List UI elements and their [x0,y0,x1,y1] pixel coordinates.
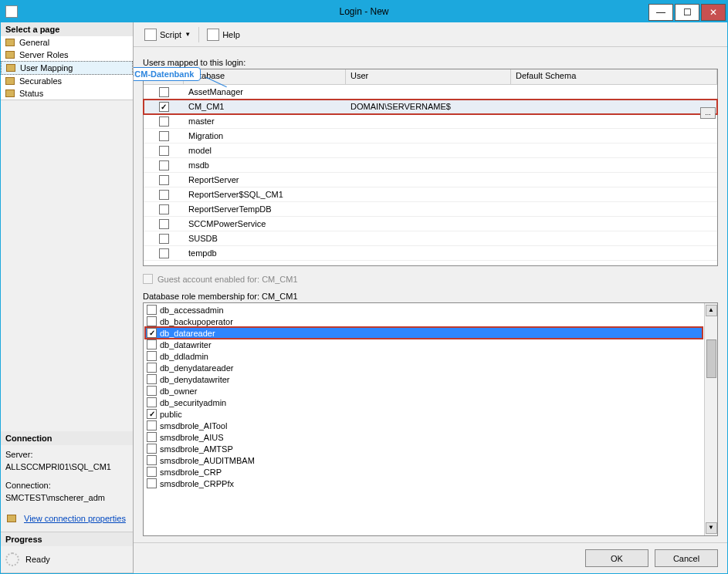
role-checkbox[interactable] [147,305,157,315]
role-checkbox[interactable] [147,420,157,430]
page-icon [4,49,16,60]
map-checkbox[interactable] [159,234,169,244]
role-row[interactable]: smsdbrole_AITool [145,420,703,431]
role-name: db_ddladmin [160,352,208,361]
role-row[interactable]: smsdbrole_CRP [145,466,703,478]
maximize-button[interactable]: ☐ [675,4,699,21]
map-checkbox[interactable] [159,204,169,214]
role-row[interactable]: smsdbrole_AIUS [145,431,703,443]
db-row[interactable]: ReportServer [144,173,717,187]
window-title: Login - New [339,6,388,17]
role-name: smsdbrole_CRP [160,468,222,477]
database-grid[interactable]: Map Database User Default Schema AssetMa… [143,69,718,266]
role-row[interactable]: db_datawriter [145,339,703,350]
db-row[interactable]: AssetManager [144,85,717,100]
db-name: SUSDB [184,234,346,243]
db-user: DOMAIN\SERVERNAME$ [346,102,511,111]
map-checkbox[interactable] [159,160,169,171]
role-row[interactable]: db_owner [145,385,703,397]
script-icon [144,29,157,41]
db-row[interactable]: ReportServer$SQL_CM1 [144,187,717,202]
role-checkbox[interactable] [147,374,157,384]
chevron-down-icon[interactable]: ▼ [185,31,191,38]
role-row[interactable]: db_securityadmin [145,397,703,408]
role-membership-label: Database role membership for: CM_CM1 [143,292,718,301]
nav-item-user-mapping[interactable]: User Mapping [1,61,133,75]
db-row[interactable]: msdb [144,158,717,173]
map-checkbox[interactable] [159,87,169,97]
close-button[interactable]: ✕ [701,4,726,21]
nav-item-securables[interactable]: Securables [1,75,133,87]
map-checkbox[interactable] [159,146,169,156]
col-user[interactable]: User [346,69,511,84]
db-row[interactable]: SCCMPowerService [144,217,717,231]
col-schema[interactable]: Default Schema [511,69,717,84]
connection-label: Connection: [5,481,128,490]
map-checkbox[interactable] [159,131,169,141]
role-name: db_datawriter [160,340,212,349]
map-checkbox[interactable] [159,248,169,258]
progress-header: Progress [1,532,133,546]
scroll-thumb[interactable] [706,339,716,378]
nav-item-status[interactable]: Status [1,87,133,100]
role-checkbox[interactable] [147,455,157,465]
page-icon [5,62,17,73]
map-checkbox[interactable] [159,219,169,229]
scroll-up-button[interactable]: ▲ [706,305,717,316]
role-row[interactable]: db_denydatareader [145,362,703,373]
role-checkbox[interactable] [147,386,157,396]
role-checkbox[interactable] [147,328,157,338]
role-row[interactable]: smsdbrole_CRPPfx [145,478,703,489]
view-connection-properties-link[interactable]: View connection properties [24,514,126,523]
role-checkbox[interactable] [147,432,157,442]
role-row[interactable]: db_accessadmin [145,304,703,316]
role-row[interactable]: db_ddladmin [145,350,703,362]
role-row[interactable]: smsdbrole_AUDITMBAM [145,454,703,466]
map-checkbox[interactable] [159,102,169,112]
role-checkbox[interactable] [147,316,157,326]
schema-browse-button[interactable]: ... [700,107,716,119]
role-checkbox[interactable] [147,409,157,419]
db-row[interactable]: SUSDB [144,231,717,246]
role-checkbox[interactable] [147,478,157,488]
role-name: smsdbrole_AITool [160,421,227,430]
help-button[interactable]: Help [204,27,243,42]
roles-scrollbar[interactable]: ▲ ▼ [704,303,717,535]
role-row[interactable]: db_backupoperator [145,316,703,327]
role-name: db_denydatareader [160,363,233,373]
nav-item-server-roles[interactable]: Server Roles [1,49,133,61]
role-row[interactable]: db_datareader [145,327,703,339]
roles-listbox[interactable]: db_accessadmindb_backupoperatordb_datare… [143,302,718,536]
role-checkbox[interactable] [147,351,157,361]
db-row[interactable]: Migration [144,129,717,144]
nav-item-general[interactable]: General [1,36,133,49]
map-checkbox[interactable] [159,190,169,200]
role-checkbox[interactable] [147,397,157,407]
map-checkbox[interactable] [159,175,169,185]
ok-button[interactable]: OK [585,549,648,567]
connection-value: SMCTEST\mscherer_adm [5,493,128,502]
minimize-button[interactable]: — [648,4,673,21]
db-row[interactable]: CM_CM1DOMAIN\SERVERNAME$... [144,100,717,114]
role-row[interactable]: smsdbrole_AMTSP [145,443,703,454]
db-row[interactable]: master [144,114,717,129]
role-checkbox[interactable] [147,363,157,373]
role-checkbox[interactable] [147,444,157,454]
db-row[interactable]: model [144,144,717,158]
map-checkbox[interactable] [159,116,169,127]
role-row[interactable]: db_denydatawriter [145,373,703,385]
login-new-window: Login - New — ☐ ✕ Select a page GeneralS… [0,0,728,574]
cancel-button[interactable]: Cancel [655,549,718,567]
db-name: tempdb [184,248,346,258]
script-button[interactable]: Script ▼ [141,27,194,42]
role-checkbox[interactable] [147,467,157,477]
db-row[interactable]: tempdb [144,246,717,261]
guest-account-checkbox [143,274,153,284]
page-icon [4,76,16,86]
db-row[interactable]: ReportServerTempDB [144,202,717,217]
role-row[interactable]: public [145,408,703,420]
sccm-datenbank-callout: SCCM-Datenbank [134,67,201,81]
role-checkbox[interactable] [147,339,157,349]
scroll-down-button[interactable]: ▼ [706,522,717,534]
server-label: Server: [5,450,128,459]
